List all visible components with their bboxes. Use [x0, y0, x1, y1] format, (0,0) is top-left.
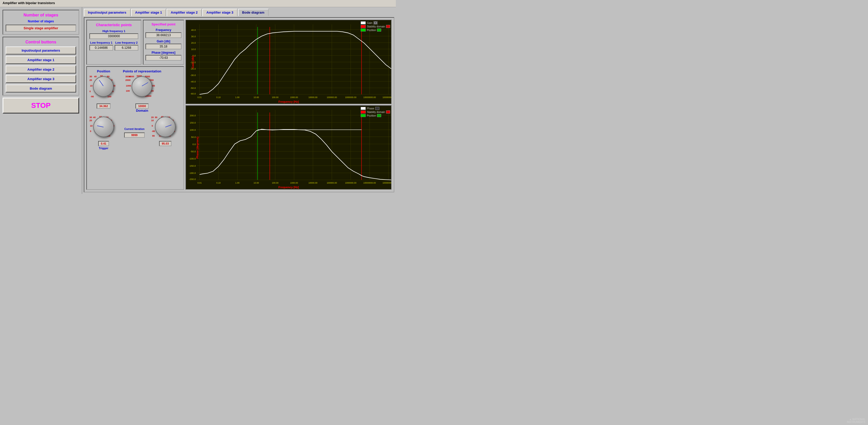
low-freq2-value: 6.1268 — [115, 45, 138, 51]
sidebar: Number of stages Number of stages Single… — [0, 7, 82, 194]
current-iteration-value: 9999 — [124, 132, 145, 138]
svg-text:-50.0: -50.0 — [190, 150, 196, 153]
representation-knob-title: Points of representation — [123, 69, 161, 73]
legend-position-phase: Pozition — [361, 114, 390, 117]
position-value: 34.362 — [97, 103, 111, 109]
svg-text:0.10: 0.10 — [216, 96, 221, 99]
position-knob-title: Position — [97, 69, 110, 73]
svg-text:1000000000: 1000000000 — [382, 96, 391, 99]
tab-amplifier-stage-3[interactable]: Amplifier stage 3 — [202, 9, 238, 16]
svg-text:10.00: 10.00 — [254, 96, 259, 99]
btn-bode-diagram[interactable]: Bode diagram — [6, 85, 76, 93]
trigger-value: 0.41 — [98, 141, 109, 146]
svg-text:0.10: 0.10 — [216, 182, 221, 184]
gain-chart-legend: Gain Stability domain Poziti — [361, 21, 390, 32]
domain-label: Domain — [136, 109, 148, 112]
gain-chart-svg: 40.0 30.0 20.0 10.0 0.0 -10.0 -20.0 -30.… — [186, 20, 391, 104]
tab-bar: Input/output parameters Amplifier stage … — [84, 9, 394, 16]
svg-text:10000000.00: 10000000.00 — [364, 182, 376, 184]
gain-chart: Gain Stability domain Poziti — [186, 20, 392, 104]
characteristic-points-title: Characteristic points — [89, 23, 138, 27]
gain-y-axis-label: Gain [db] — [191, 56, 194, 68]
specified-phase-label: Phase [degrees] — [146, 51, 182, 55]
svg-text:1000.00: 1000.00 — [290, 96, 298, 99]
svg-text:100000.00: 100000.00 — [327, 96, 337, 99]
domain-value: 95.03 — [159, 141, 172, 146]
knobs-area: Position 40 50 60 70 -80 90 100 30 — [86, 66, 184, 190]
svg-text:-180.0: -180.0 — [189, 171, 196, 174]
svg-text:200.0: 200.0 — [190, 114, 196, 117]
representation-knob[interactable] — [132, 76, 152, 97]
tab-amplifier-stage-1[interactable]: Amplifier stage 1 — [131, 9, 166, 16]
legend-stability-phase: Stability domain — [361, 110, 390, 113]
svg-text:-50.0: -50.0 — [190, 87, 196, 90]
svg-text:100.00: 100.00 — [272, 182, 279, 184]
svg-text:150.0: 150.0 — [190, 121, 196, 124]
high-freq-label: High frequency 1 — [102, 30, 125, 33]
trigger-knob[interactable] — [93, 117, 114, 137]
svg-text:10000.00: 10000.00 — [308, 96, 317, 99]
btn-amplifier-stage-2[interactable]: Amplifier stage 2 — [6, 65, 76, 73]
domain-knob[interactable] — [155, 117, 176, 137]
btn-input-output[interactable]: Input/output parameters — [6, 46, 76, 55]
low-freq1-value: 0.144686 — [89, 45, 113, 51]
legend-position: Pozition — [361, 29, 390, 32]
svg-text:40.0: 40.0 — [191, 29, 195, 31]
svg-text:10.00: 10.00 — [254, 182, 259, 184]
position-knob[interactable] — [93, 76, 114, 97]
specified-phase-value: -70.63 — [146, 55, 182, 61]
specified-frequency-value: 38.668213 — [146, 32, 182, 38]
low-freq2-label: Low frequency 2 — [116, 41, 138, 44]
left-panel: Characteristic points High frequency 1 3… — [86, 20, 184, 190]
app-title: Amplifier with bipolar transistors — [3, 1, 55, 5]
low-freq1-label: Low frequency 1 — [90, 41, 113, 44]
number-of-stages-label: Number of stages — [6, 20, 76, 23]
phase-chart-legend: Phase Stability domain Pozition — [361, 107, 390, 117]
svg-text:50.0: 50.0 — [191, 136, 195, 138]
control-buttons-title: Control buttons — [6, 40, 76, 44]
control-buttons-section: Control buttons Input/output parameters … — [3, 37, 79, 96]
phase-chart: Phase Stability domain Pozition — [186, 105, 392, 190]
svg-rect-48 — [186, 110, 391, 186]
charts-area: Gain Stability domain Poziti — [186, 20, 392, 190]
svg-text:1000.00: 1000.00 — [290, 182, 298, 184]
svg-text:10.0: 10.0 — [191, 48, 195, 51]
specified-point-title: Specified point — [146, 22, 182, 26]
specified-frequency-label: Frequency — [146, 28, 182, 32]
characteristic-points-box: Characteristic points High frequency 1 3… — [86, 20, 142, 65]
svg-text:1000000.00: 1000000.00 — [345, 96, 356, 99]
btn-amplifier-stage-3[interactable]: Amplifier stage 3 — [6, 75, 76, 83]
content-area: Characteristic points High frequency 1 3… — [84, 17, 394, 192]
svg-text:-150.0: -150.0 — [189, 164, 196, 167]
phase-x-axis-label: Frequency [Hz] — [278, 186, 299, 189]
tab-bode-diagram[interactable]: Bode diagram — [238, 9, 269, 16]
svg-text:100.0: 100.0 — [190, 128, 196, 131]
svg-text:100.00: 100.00 — [272, 96, 279, 99]
current-iteration-label: Current iteration — [124, 128, 145, 130]
svg-text:30.0: 30.0 — [191, 35, 195, 38]
gain-x-axis-label: Frequency [Hz] — [278, 100, 299, 103]
svg-text:20.0: 20.0 — [191, 41, 195, 44]
amplifier-type-display: Single stage amplifier — [6, 25, 76, 32]
svg-text:0.0: 0.0 — [192, 143, 196, 145]
btn-amplifier-stage-1[interactable]: Amplifier stage 1 — [6, 56, 76, 64]
main-content: Input/output parameters Amplifier stage … — [82, 7, 396, 194]
svg-text:10000000.00: 10000000.00 — [364, 96, 376, 99]
svg-text:10000.00: 10000.00 — [308, 182, 317, 184]
stop-button[interactable]: STOP — [3, 98, 79, 113]
svg-text:100000.00: 100000.00 — [327, 182, 337, 184]
tab-input-output[interactable]: Input/output parameters — [84, 9, 131, 16]
representation-value: 10000 — [135, 103, 149, 109]
legend-gain: Gain — [361, 21, 390, 24]
specified-gain-value: 35.18 — [146, 44, 182, 49]
svg-text:1.00: 1.00 — [235, 182, 240, 184]
svg-text:-40.0: -40.0 — [190, 80, 196, 83]
svg-text:-100.0: -100.0 — [189, 157, 196, 160]
svg-text:-60.0: -60.0 — [190, 92, 196, 95]
legend-phase: Phase — [361, 107, 390, 110]
specified-gain-label: Gain [db] — [146, 39, 182, 43]
high-freq-value: 3300000 — [89, 33, 138, 39]
number-of-stages-title: Number of stages — [6, 13, 76, 18]
specified-point-box: Specified point Frequency 38.668213 Gain… — [143, 20, 184, 65]
tab-amplifier-stage-2[interactable]: Amplifier stage 2 — [166, 9, 202, 16]
